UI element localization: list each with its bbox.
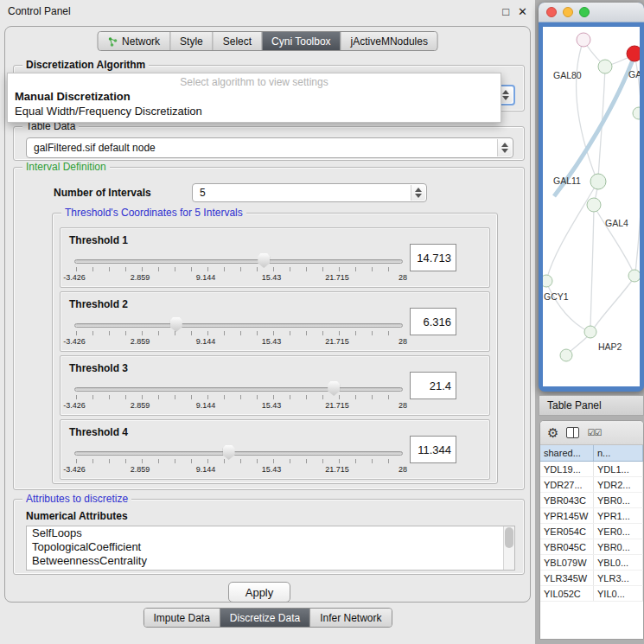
threshold-slider[interactable]: -3.426 2.859 9.144 15.43 21.715 28 [74, 316, 403, 351]
tab-cyni-toolbox[interactable]: Cyni Toolbox [262, 32, 341, 50]
network-node[interactable] [633, 107, 640, 119]
minimize-traffic-light-icon[interactable] [563, 7, 573, 17]
table-cell[interactable]: YDR2... [594, 477, 643, 492]
column-header[interactable]: shared... [540, 445, 594, 461]
network-node[interactable] [584, 326, 596, 338]
scale-label: 15.43 [262, 401, 282, 410]
apply-button[interactable]: Apply [228, 582, 290, 603]
network-edge[interactable] [590, 207, 594, 329]
close-icon[interactable]: ✕ [518, 5, 527, 18]
slider-thumb[interactable] [223, 445, 235, 460]
table-cell[interactable]: YBR0... [594, 493, 643, 507]
threshold-slider[interactable]: -3.426 2.859 9.144 15.43 21.715 28 [74, 380, 403, 415]
columns-icon[interactable] [566, 427, 579, 438]
table-cell[interactable]: YPR1... [594, 508, 643, 523]
tab-label: Impute Data [153, 612, 209, 624]
checkbox-pair-icon[interactable]: ☑☑ [587, 428, 601, 437]
tab-style[interactable]: Style [170, 32, 214, 50]
threshold-value-field[interactable]: 11.344 [410, 436, 456, 463]
tab-discretize-data[interactable]: Discretize Data [220, 609, 310, 627]
tab-jactivemnodules[interactable]: jActiveMNodules [341, 32, 437, 50]
close-traffic-light-icon[interactable] [546, 7, 557, 17]
slider-thumb[interactable] [328, 381, 340, 396]
scale-label: 2.859 [131, 273, 150, 282]
list-scrollbar[interactable] [503, 526, 514, 570]
network-node[interactable] [587, 198, 601, 212]
group-title: Threshold's Coordinates for 5 Intervals [61, 207, 246, 219]
dropdown-option-equal-width-frequency[interactable]: Equal Width/Frequency Discretization [8, 104, 501, 118]
threshold-slider[interactable]: -3.426 2.859 9.144 15.43 21.715 28 [74, 252, 403, 287]
network-edge[interactable] [635, 58, 640, 273]
table-row[interactable]: YBR045C YBR0... [540, 539, 643, 555]
table-panel-title: Table Panel [547, 399, 602, 411]
zoom-traffic-light-icon[interactable] [579, 7, 590, 17]
table-row[interactable]: YDR27... YDR2... [540, 477, 643, 493]
network-node[interactable] [598, 60, 612, 73]
threshold-value-field[interactable]: 14.713 [410, 244, 456, 271]
control-panel-titlebar: Control Panel □ ✕ [0, 0, 535, 22]
node-label: HAP2 [598, 341, 622, 352]
list-item[interactable]: BetweennessCentrality [27, 554, 514, 568]
table-cell[interactable]: YDL1... [594, 462, 643, 476]
table-cell[interactable]: YER054C [540, 524, 594, 539]
scale-label: -3.426 [63, 465, 86, 474]
tab-impute-data[interactable]: Impute Data [143, 609, 220, 627]
gear-icon[interactable]: ⚙ [547, 426, 558, 439]
table-row[interactable]: YPR145W YPR1... [540, 508, 643, 524]
num-intervals-combo[interactable]: 5 [192, 183, 427, 202]
table-row[interactable]: YLR345W YLR3... [540, 571, 643, 586]
slider-track[interactable] [74, 259, 403, 264]
table-row[interactable]: YDL19... YDL1... [540, 462, 643, 477]
network-node[interactable] [628, 270, 640, 282]
column-header[interactable]: n... [594, 445, 643, 461]
table-cell[interactable]: YDR27... [540, 477, 594, 492]
network-node[interactable] [577, 33, 590, 47]
network-window-titlebar[interactable] [539, 3, 644, 22]
network-edge[interactable] [568, 335, 590, 354]
network-node[interactable] [560, 349, 572, 361]
threshold-value-field[interactable]: 21.4 [410, 372, 456, 399]
table-row[interactable]: YER054C YER0... [540, 524, 643, 539]
table-row[interactable]: YIL052C YIL0... [540, 586, 643, 602]
table-cell[interactable]: YIL0... [594, 586, 643, 601]
network-node[interactable] [590, 174, 606, 189]
dropdown-option-manual-discretization[interactable]: Manual Discretization [8, 89, 501, 104]
slider-thumb[interactable] [170, 317, 182, 332]
list-item[interactable]: SelfLoops [27, 526, 514, 540]
table-row[interactable]: YBL079W YBL0... [540, 555, 643, 571]
tab-select[interactable]: Select [214, 32, 262, 50]
slider-thumb[interactable] [258, 253, 270, 268]
slider-track[interactable] [74, 387, 403, 392]
table-cell[interactable]: YBL079W [540, 555, 594, 570]
list-item[interactable]: TopologicalCoefficient [27, 540, 514, 554]
network-node[interactable] [543, 275, 552, 287]
table-data-combo[interactable]: galFiltered.sif default node [26, 137, 513, 158]
node-label: GA [628, 69, 640, 80]
table-cell[interactable]: YBR0... [594, 539, 643, 554]
num-intervals-label: Number of Intervals [54, 187, 151, 199]
table-toolbar: ⚙ ☑☑ [540, 421, 643, 445]
selected-network-node[interactable] [627, 46, 640, 61]
slider-track[interactable] [74, 451, 403, 456]
network-icon [107, 36, 118, 47]
threshold-slider[interactable]: -3.426 2.859 9.144 15.43 21.715 28 [74, 444, 403, 479]
table-cell[interactable]: YLR3... [594, 571, 643, 585]
table-cell[interactable]: YER0... [594, 524, 643, 539]
table-cell[interactable]: YBR043C [540, 493, 594, 507]
table-cell[interactable]: YLR345W [540, 571, 594, 585]
scrollbar-thumb[interactable] [505, 527, 513, 548]
slider-track[interactable] [74, 323, 403, 328]
network-edge[interactable] [547, 184, 596, 277]
tab-network[interactable]: Network [98, 32, 170, 50]
table-row[interactable]: YBR043C YBR0... [540, 493, 643, 508]
table-cell[interactable]: YPR145W [540, 508, 594, 523]
network-edge[interactable] [593, 278, 634, 329]
table-cell[interactable]: YDL19... [540, 462, 594, 476]
float-icon[interactable]: □ [502, 5, 509, 18]
network-canvas[interactable]: GAL80 GA GAL11 GAL4 GCY1 HAP2 [543, 27, 640, 386]
table-cell[interactable]: YBR045C [540, 539, 594, 554]
tab-infer-network[interactable]: Infer Network [310, 609, 391, 627]
table-cell[interactable]: YBL0... [594, 555, 643, 570]
threshold-value-field[interactable]: 6.316 [410, 308, 456, 335]
table-cell[interactable]: YIL052C [540, 586, 594, 601]
